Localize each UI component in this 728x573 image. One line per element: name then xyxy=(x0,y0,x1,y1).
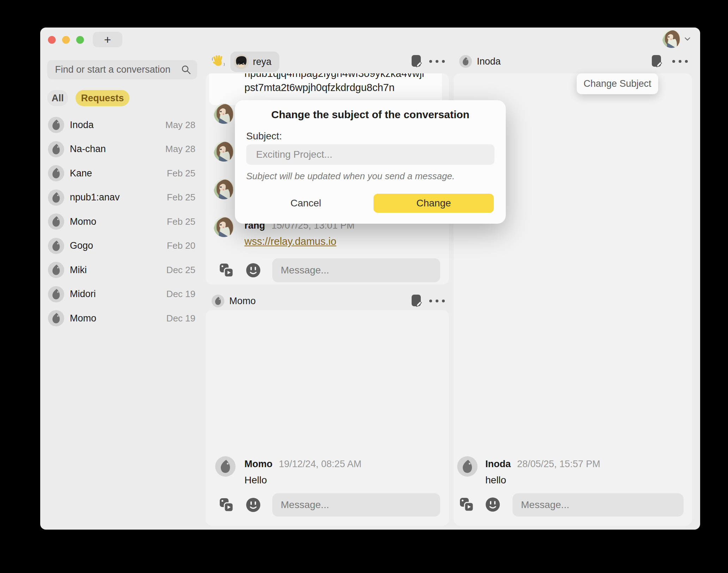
emoji-icon[interactable] xyxy=(245,497,261,513)
conversation-date: Feb 25 xyxy=(167,168,195,179)
chat-panel-momo: Momo 19/12/24, 08:25 AM Hello xyxy=(206,310,449,526)
conversation-row[interactable]: Momo Feb 25 xyxy=(47,210,195,234)
default-avatar-icon xyxy=(48,310,64,326)
default-avatar-icon xyxy=(459,55,472,68)
app-window: + All Requests Inoda May 28 Na-chan May … xyxy=(40,28,700,530)
message-avatar xyxy=(214,179,234,199)
message-avatar xyxy=(457,456,478,477)
message-input[interactable] xyxy=(272,493,440,517)
default-avatar-icon xyxy=(48,141,64,157)
traffic-light-minimize[interactable] xyxy=(62,36,70,44)
message-input[interactable] xyxy=(512,493,684,517)
conversation-date: Feb 20 xyxy=(167,240,195,251)
conversation-list: Inoda May 28 Na-chan May 28 Kane Feb 25 … xyxy=(47,113,195,331)
npub-line-2: pst7mta2t6wpjh0qfzkdrdgu8ch7n xyxy=(244,80,435,95)
conversation-date: Dec 25 xyxy=(166,265,195,276)
cancel-button[interactable]: Cancel xyxy=(283,194,329,213)
media-attach-icon[interactable] xyxy=(218,497,235,513)
conversation-name: Gogo xyxy=(70,240,93,251)
npub-line-1: npub1qjq4mpag2lygh4wf3o9ykzka4vwjr xyxy=(244,73,435,80)
new-conversation-button[interactable]: + xyxy=(93,32,122,47)
message-body: Hello xyxy=(244,475,267,486)
default-avatar-icon xyxy=(48,189,64,206)
change-subject-modal: Change the subject of the conversation S… xyxy=(235,100,506,224)
subject-label: Subject: xyxy=(246,131,282,142)
conversation-row[interactable]: Kane Feb 25 xyxy=(47,161,195,186)
conversation-row[interactable]: Miki Dec 25 xyxy=(47,258,195,282)
conversation-name: Kane xyxy=(70,168,92,179)
conversation-row[interactable]: Midori Dec 19 xyxy=(47,282,195,307)
more-options-icon[interactable] xyxy=(429,294,445,308)
reya-avatar xyxy=(234,54,249,69)
traffic-light-close[interactable] xyxy=(48,36,56,44)
subject-input[interactable] xyxy=(246,144,495,165)
peer-name: reya xyxy=(253,56,272,67)
more-options-icon[interactable] xyxy=(672,55,688,68)
message-avatar xyxy=(215,456,236,477)
peer-name: Momo xyxy=(229,296,256,307)
conversation-name: Midori xyxy=(70,289,96,300)
chat-header-inoda: Inoda xyxy=(459,55,501,68)
conversation-name: Na-chan xyxy=(70,144,106,155)
message-input[interactable] xyxy=(272,258,440,282)
message-author: Momo xyxy=(244,459,272,470)
emoji-icon[interactable] xyxy=(485,497,500,512)
default-avatar-icon xyxy=(48,117,64,133)
default-avatar-icon xyxy=(48,213,64,230)
peer-chip-reya[interactable]: reya xyxy=(230,52,279,72)
media-attach-icon[interactable] xyxy=(459,496,475,513)
default-avatar-icon xyxy=(48,262,64,278)
modal-title: Change the subject of the conversation xyxy=(235,109,506,121)
relay-link[interactable]: wss://relay.damus.io xyxy=(244,236,336,247)
message-body: wss://relay.damus.io xyxy=(244,236,336,247)
conversation-row[interactable]: npub1:anav Feb 25 xyxy=(47,186,195,210)
media-attach-icon[interactable] xyxy=(218,262,235,278)
conversation-row[interactable]: Na-chan May 28 xyxy=(47,137,195,162)
message-avatar xyxy=(214,141,234,162)
conversation-name: npub1:anav xyxy=(70,192,120,203)
chat-header-momo: Momo xyxy=(212,295,256,307)
subject-hint: Subject will be updated when you send a … xyxy=(246,171,455,182)
conversation-name: Momo xyxy=(70,216,96,227)
default-avatar-icon xyxy=(48,238,64,254)
message-timestamp: 19/12/24, 08:25 AM xyxy=(279,459,361,470)
desktop: + All Requests Inoda May 28 Na-chan May … xyxy=(0,0,728,573)
conversation-name: Inoda xyxy=(70,120,94,131)
conversation-row[interactable]: Momo Dec 19 xyxy=(47,306,195,331)
change-subject-icon[interactable] xyxy=(411,294,422,308)
conversation-date: Dec 19 xyxy=(166,289,195,300)
traffic-light-zoom[interactable] xyxy=(76,36,84,44)
more-options-icon[interactable] xyxy=(429,55,445,68)
message-meta: Inoda 28/05/25, 15:57 PM xyxy=(485,459,600,470)
conversation-name: Momo xyxy=(70,313,96,324)
filter-all[interactable]: All xyxy=(47,90,68,106)
change-button[interactable]: Change xyxy=(374,194,494,213)
change-subject-icon[interactable] xyxy=(411,55,422,68)
message-meta: Momo 19/12/24, 08:25 AM xyxy=(244,459,362,470)
message-avatar xyxy=(214,103,234,124)
default-avatar-icon xyxy=(212,295,224,307)
default-avatar-icon xyxy=(48,286,64,302)
conversation-row[interactable]: Inoda May 28 xyxy=(47,113,195,137)
user-avatar xyxy=(662,30,681,48)
emoji-icon[interactable] xyxy=(245,263,261,278)
filter-requests[interactable]: Requests xyxy=(75,90,129,106)
conversation-row[interactable]: Gogo Feb 20 xyxy=(47,234,195,258)
message-timestamp: 28/05/25, 15:57 PM xyxy=(517,459,600,470)
conversation-date: May 28 xyxy=(165,120,195,131)
conversation-date: May 28 xyxy=(165,144,195,155)
search-input[interactable] xyxy=(55,64,181,75)
conversation-date: Dec 19 xyxy=(166,313,195,324)
wave-icon xyxy=(211,54,226,69)
conversation-search[interactable] xyxy=(47,60,197,79)
conversation-date: Feb 25 xyxy=(167,192,195,203)
chevron-down-icon xyxy=(684,35,691,43)
account-menu[interactable] xyxy=(662,30,691,48)
message-avatar xyxy=(214,217,234,237)
peer-name: Inoda xyxy=(477,56,501,67)
search-icon xyxy=(181,65,192,75)
change-subject-icon[interactable] xyxy=(651,55,662,68)
message-author: Inoda xyxy=(485,459,511,470)
default-avatar-icon xyxy=(48,165,64,181)
change-subject-tooltip: Change Subject xyxy=(577,73,658,94)
